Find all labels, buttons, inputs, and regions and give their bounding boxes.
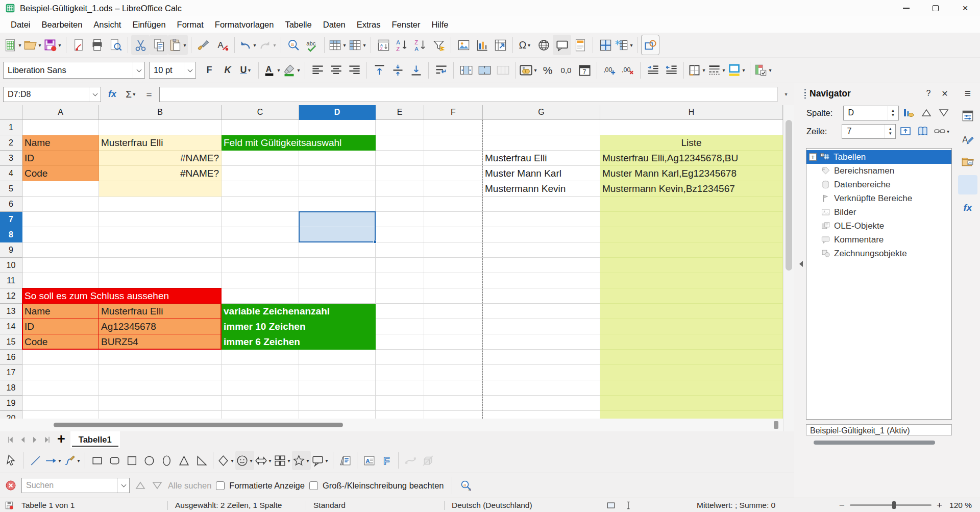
cell-H18[interactable] bbox=[600, 380, 783, 396]
clone-formatting-button[interactable] bbox=[194, 35, 213, 55]
dropdown-arrow-icon[interactable]: ▾ bbox=[526, 42, 531, 48]
dropdown-arrow-icon[interactable]: ▾ bbox=[272, 42, 277, 48]
cell-A20[interactable] bbox=[22, 411, 99, 419]
cell-G15[interactable] bbox=[483, 334, 600, 350]
sort-descending-button[interactable]: ZA bbox=[411, 35, 429, 55]
navigator-item-1[interactable]: Bereichsnamen bbox=[806, 164, 951, 178]
sidebar-tab-functions[interactable]: fx bbox=[958, 198, 977, 217]
block-arrows-button[interactable]: ▾ bbox=[254, 451, 273, 470]
cell-F10[interactable] bbox=[424, 258, 483, 273]
cell-B1[interactable] bbox=[99, 120, 222, 135]
start-icon[interactable] bbox=[919, 105, 934, 121]
print-preview-button[interactable] bbox=[106, 35, 125, 55]
column-header-E[interactable]: E bbox=[376, 105, 424, 120]
cell-A14[interactable]: ID bbox=[22, 319, 99, 334]
cell-A4[interactable]: Code bbox=[22, 166, 99, 181]
cell-H11[interactable] bbox=[600, 273, 783, 288]
cell-E6[interactable] bbox=[376, 197, 424, 212]
cell-E16[interactable] bbox=[376, 350, 424, 365]
cell-G7[interactable] bbox=[483, 212, 600, 227]
cell-E5[interactable] bbox=[376, 181, 424, 197]
row-header-18[interactable]: 18 bbox=[0, 380, 22, 396]
select-button[interactable] bbox=[3, 451, 20, 470]
flowchart-button[interactable]: ▾ bbox=[273, 451, 292, 470]
cell-G3[interactable]: Musterfrau Elli bbox=[483, 151, 600, 166]
sidebar-menu-icon[interactable]: ≡ bbox=[965, 87, 971, 103]
toggle-icon[interactable] bbox=[898, 124, 913, 139]
rounded-rectangle-button[interactable] bbox=[106, 451, 123, 470]
column-spinner[interactable]: D▲▼ bbox=[843, 106, 899, 120]
cell-C20[interactable] bbox=[222, 411, 299, 419]
cell-F6[interactable] bbox=[424, 197, 483, 212]
cell-G4[interactable]: Muster Mann Karl bbox=[483, 166, 600, 181]
align-middle-button[interactable] bbox=[388, 60, 407, 81]
row-header-19[interactable]: 19 bbox=[0, 396, 22, 411]
zoom-slider-handle[interactable] bbox=[892, 501, 896, 509]
date-format-button[interactable]: 7 bbox=[575, 60, 594, 81]
cell-E7[interactable] bbox=[376, 212, 424, 227]
cell-G12[interactable] bbox=[483, 288, 600, 304]
dropdown-arrow-icon[interactable]: ▾ bbox=[324, 458, 329, 464]
row-header-6[interactable]: 6 bbox=[0, 197, 22, 212]
underline-button[interactable]: U▾ bbox=[237, 60, 255, 81]
wrap-text-button[interactable] bbox=[432, 60, 450, 81]
cell-G16[interactable] bbox=[483, 350, 600, 365]
cell-H10[interactable] bbox=[600, 258, 783, 273]
dropdown-arrow-icon[interactable]: ▾ bbox=[533, 67, 538, 73]
dropdown-arrow-icon[interactable]: ▾ bbox=[249, 458, 254, 464]
dropdown-arrow-icon[interactable]: ▾ bbox=[132, 91, 137, 97]
function-wizard-button[interactable]: fx bbox=[105, 84, 120, 105]
cell-F11[interactable] bbox=[424, 273, 483, 288]
row-header-15[interactable]: 15 bbox=[0, 334, 22, 350]
cell-C4[interactable] bbox=[222, 166, 299, 181]
highlight-color-button[interactable]: ▾ bbox=[282, 60, 302, 81]
cell-G19[interactable] bbox=[483, 396, 600, 411]
dropdown-arrow-icon[interactable]: ▾ bbox=[305, 458, 310, 464]
cell-F3[interactable] bbox=[424, 151, 483, 166]
page-style[interactable]: Standard bbox=[306, 501, 444, 510]
align-bottom-button[interactable] bbox=[407, 60, 425, 81]
sheet-tab-tabelle1[interactable]: Tabelle1 bbox=[70, 431, 120, 448]
right-triangle-button[interactable] bbox=[192, 451, 210, 470]
navigator-item-0[interactable]: +Tabellen bbox=[806, 150, 951, 164]
extrusion-button[interactable] bbox=[419, 451, 436, 470]
cell-G10[interactable] bbox=[483, 258, 600, 273]
cell-A19[interactable] bbox=[22, 396, 99, 411]
cell-A3[interactable]: ID bbox=[22, 151, 99, 166]
cell-H20[interactable] bbox=[600, 411, 783, 419]
cell-A9[interactable] bbox=[22, 242, 99, 258]
spinner-arrows-icon[interactable]: ▲▼ bbox=[888, 106, 898, 120]
column-header-G[interactable]: G bbox=[483, 105, 600, 120]
cell-B5[interactable] bbox=[99, 181, 222, 197]
cell-H12[interactable] bbox=[600, 288, 783, 304]
new-button[interactable]: ▾ bbox=[3, 35, 23, 55]
sort-button[interactable]: AZ bbox=[374, 35, 393, 55]
cell-A10[interactable] bbox=[22, 258, 99, 273]
cell-H14[interactable] bbox=[600, 319, 783, 334]
cell-F2[interactable] bbox=[424, 135, 483, 151]
sort-ascending-button[interactable]: AZ bbox=[393, 35, 411, 55]
selection-overlay[interactable] bbox=[299, 211, 376, 242]
cell-A12[interactable]: So soll es zum Schluss aussehen bbox=[22, 288, 222, 304]
cell-H17[interactable] bbox=[600, 365, 783, 380]
cell-D10[interactable] bbox=[299, 258, 376, 273]
cell-E9[interactable] bbox=[376, 242, 424, 258]
horizontal-scrollbar[interactable] bbox=[0, 419, 783, 431]
cell-E14[interactable] bbox=[376, 319, 424, 334]
spinner-arrows-icon[interactable]: ▲▼ bbox=[885, 125, 895, 138]
column-header-D[interactable]: D bbox=[299, 105, 376, 120]
row-header-2[interactable]: 2 bbox=[0, 135, 22, 151]
zoom-level[interactable]: 120 % bbox=[942, 501, 980, 510]
cell-F17[interactable] bbox=[424, 365, 483, 380]
cell-E18[interactable] bbox=[376, 380, 424, 396]
panel-scrollbar-thumb[interactable] bbox=[814, 441, 935, 445]
cell-D6[interactable] bbox=[299, 197, 376, 212]
cell-F14[interactable] bbox=[424, 319, 483, 334]
cell-C9[interactable] bbox=[222, 242, 299, 258]
cell-B16[interactable] bbox=[99, 350, 222, 365]
stars-button[interactable]: ▾ bbox=[292, 451, 311, 470]
sidebar-tab-properties[interactable] bbox=[958, 106, 977, 126]
cell-H16[interactable] bbox=[600, 350, 783, 365]
formula-input[interactable] bbox=[159, 87, 777, 102]
cell-B10[interactable] bbox=[99, 258, 222, 273]
